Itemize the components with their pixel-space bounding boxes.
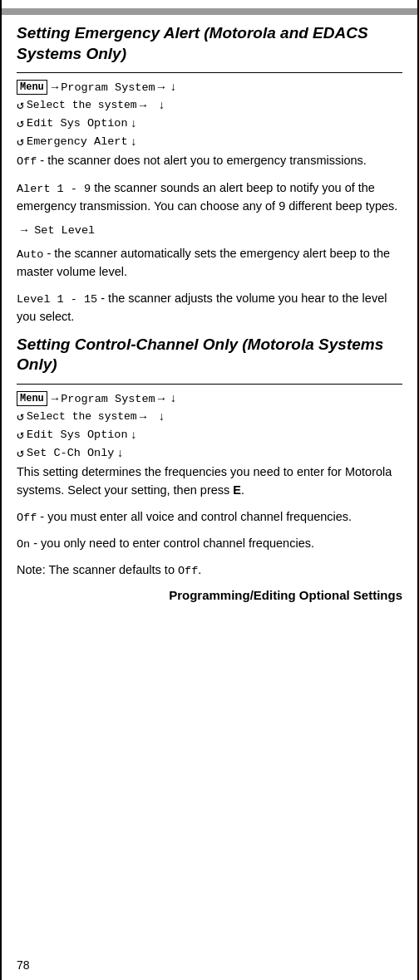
top-bar [2,8,417,15]
section2-para4: Note: The scanner defaults to Off. [17,561,402,580]
section1-title: Setting Emergency Alert (Motorola and ED… [17,23,402,64]
arrow1-2: → [158,81,165,94]
rotate-icon-2: ↺ [17,115,24,131]
section1-nav3: ↺ Edit Sys Option ↓ [17,115,402,131]
rotate-icon-5: ↺ [17,427,24,443]
section1-para2: Alert 1 - 9 the scanner sounds an alert … [17,179,402,216]
section2-para2: Off - you must enter all voice and contr… [17,508,402,527]
set-level: → Set Level [21,224,402,237]
nav1-down: ↓ [170,81,176,94]
section2-nav4: ↺ Set C-Ch Only ↓ [17,445,402,461]
rotate-icon-4: ↺ [17,409,24,424]
menu-key-2: Menu [17,391,47,406]
s2-nav3-text: Edit Sys Option [27,429,128,441]
nav3-text: Edit Sys Option [27,117,128,130]
menu-key-1: Menu [17,80,47,95]
arrow2-1: → [140,99,146,112]
section2-title: Setting Control-Channel Only (Motorola S… [17,335,402,375]
nav1-text1: Program System [61,81,155,94]
nav4-down: ↓ [131,135,137,149]
nav2-text: Select the system [27,99,137,111]
section1-nav4: ↺ Emergency Alert ↓ [17,134,402,149]
page-container: Setting Emergency Alert (Motorola and ED… [0,0,419,980]
s2-nav4-down: ↓ [116,447,123,460]
s2-nav2-down: ↓ [158,410,165,424]
section2-para3: On - you only need to enter control chan… [17,535,402,553]
nav3-down: ↓ [131,117,137,130]
section1-para4: Level 1 - 15 - the scanner adjusts the v… [17,290,402,326]
arrow2-s2-1: → [52,392,58,405]
s2-nav3-down: ↓ [131,429,137,442]
arrow-s2-nav2: → [140,410,146,424]
footer-title: Programming/Editing Optional Settings [17,588,402,602]
section2-nav2: ↺ Select the system → ↓ [17,409,402,424]
section1-para3: Auto - the scanner automatically sets th… [17,245,402,282]
nav4-text: Emergency Alert [27,135,128,148]
rotate-icon-6: ↺ [17,445,24,461]
section1-nav2: ↺ Select the system → ↓ [17,97,402,113]
s2-nav1-text: Program System [61,393,155,405]
rotate-icon-3: ↺ [17,134,24,149]
page-number: 78 [17,958,30,972]
s2-nav4-text: Set C-Ch Only [27,447,114,459]
section2-nav3: ↺ Edit Sys Option ↓ [17,427,402,443]
divider1 [17,72,402,73]
s2-nav1-down: ↓ [170,392,176,405]
arrow2-s2-2: → [158,392,165,405]
section2-para1: This setting determines the frequencies … [17,463,402,500]
nav2-down: ↓ [158,99,165,112]
rotate-icon-1: ↺ [17,97,24,113]
arrow1-1: → [52,81,58,94]
section1-para1: Off - the scanner does not alert you to … [17,152,402,170]
section2-nav1: Menu → Program System → ↓ [17,391,402,406]
s2-nav2-text: Select the system [27,410,137,423]
divider2 [17,384,402,385]
section1-nav1: Menu → Program System → ↓ [17,80,402,95]
